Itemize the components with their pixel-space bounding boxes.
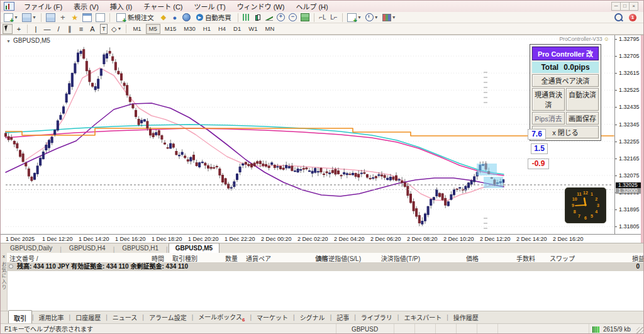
terminal-tab-3[interactable]: ニュース (108, 311, 143, 323)
terminal-column-9[interactable]: スワップ (499, 253, 575, 263)
terminal-tab-4[interactable]: アラーム設定 (144, 311, 192, 323)
menu-item-2[interactable]: 挿入 (I) (104, 2, 138, 12)
timeframe-h1[interactable]: H1 (200, 24, 214, 34)
terminal-tab-8[interactable]: 記事 (331, 311, 354, 323)
timeframe-h4[interactable]: H4 (215, 24, 229, 34)
profiles-button[interactable]: ▼ (21, 13, 38, 23)
terminal-tab-7[interactable]: シグナル (295, 311, 330, 323)
trendline-tool[interactable]: / (53, 24, 64, 34)
search-button[interactable] (613, 13, 624, 23)
price-axis-label: 1.32795 (619, 36, 640, 42)
timeframe-m30[interactable]: M30 (180, 24, 198, 34)
timeframe-m1[interactable]: M1 (130, 24, 144, 34)
terminal-tab-11[interactable]: 操作履歴 (448, 311, 484, 323)
menu-item-6[interactable]: ヘルプ (H) (290, 2, 333, 12)
restore-button[interactable]: □ (620, 2, 630, 11)
horizontal-line-tool[interactable]: — (42, 24, 52, 34)
text-tool[interactable]: A (87, 24, 97, 34)
auto-close-button[interactable]: 自動決済 (566, 88, 599, 111)
menu-item-1[interactable]: 表示 (V) (68, 2, 104, 12)
symbol-label[interactable]: ▼GBPUSD,M5 (6, 37, 50, 44)
terminal-tab-10[interactable]: エキスパート (399, 311, 447, 323)
time-axis-label: 1 Dec 2025 (6, 236, 35, 242)
menu-item-3[interactable]: チャート (C) (138, 2, 188, 12)
timeframe-m5[interactable]: M5 (146, 24, 160, 34)
menu-item-4[interactable]: ツール (T) (189, 2, 231, 12)
data-window-button[interactable] (94, 13, 106, 23)
timeframe-w1[interactable]: W1 (245, 24, 260, 34)
crosshair-tool[interactable]: + (14, 24, 24, 34)
shapes-tool[interactable]: ◇▼ (110, 24, 123, 34)
balance-row[interactable]: 残高: 434 110 JPY 有効証拠金: 434 110 余剰証拠金: 43… (7, 262, 644, 271)
vertical-line-tool[interactable]: | (31, 24, 41, 34)
market-watch-button[interactable] (45, 13, 57, 23)
close-current-pair-button[interactable]: 現通貨決済 (532, 88, 565, 111)
timeframe-mn[interactable]: MN (262, 24, 278, 34)
toolbar-standard: ▼ ▼ ★ 新規注文 ◆ ● ▶ 自動売買 + − ⌐L L⌐ ▼ ▼ ▼ (1, 12, 644, 23)
terminal-tab-5[interactable]: メールボックス6 (193, 311, 250, 324)
zoom-in-button[interactable]: + (275, 13, 286, 23)
indicators-button[interactable]: ▼ (346, 13, 363, 23)
label-tool[interactable]: T (99, 24, 109, 34)
terminal-tab-6[interactable]: マーケット (252, 311, 293, 323)
timeframe-d1[interactable]: D1 (230, 24, 244, 34)
save-screen-button[interactable]: 画面保存 (566, 112, 599, 125)
terminal-tab-9[interactable]: ライブラリ (356, 311, 397, 323)
chart-window[interactable]: ▼GBPUSD,M5 ProController-V33 ☺ Pro Contr… (1, 35, 644, 243)
metaeditor-button[interactable]: ◆ (158, 13, 169, 23)
price-axis-label: 1.32615 (619, 70, 640, 76)
zoom-out-button[interactable]: − (287, 13, 298, 23)
chart-tab-1[interactable]: GBPUSD,H4 (62, 243, 113, 253)
terminal-column-10[interactable]: 損益 (569, 253, 644, 263)
chart-tab-3[interactable]: GBPUSD,M5 (169, 243, 219, 253)
accounts-button[interactable]: ● (170, 13, 180, 23)
terminal-tab-1[interactable]: 運用比率 (34, 311, 69, 323)
candle-chart-button[interactable] (253, 13, 263, 23)
chart-tab-0[interactable]: GBPUSD,Daily (3, 243, 59, 253)
svg-text:2: 2 (595, 197, 597, 201)
terminal-tab-0[interactable]: 取引 (8, 310, 32, 324)
web-button[interactable] (181, 13, 192, 23)
price-chart[interactable] (1, 35, 614, 243)
time-axis-label: 2 Dec 14:20 (516, 236, 547, 242)
fibonacci-tool[interactable]: ≡ (76, 24, 86, 34)
periods-button[interactable]: ▼ (364, 13, 380, 23)
templates-button[interactable]: ▼ (381, 13, 397, 23)
menu-item-5[interactable]: ウィンドウ (W) (231, 2, 291, 12)
side-vertical-tab[interactable]: お気に入り (1, 262, 7, 290)
play-icon: ▶ (196, 14, 203, 21)
grid-arrange-button[interactable]: L⌐ (329, 13, 339, 23)
close-all-pairs-button[interactable]: 全通貨ペア決済 (532, 74, 599, 87)
timeframe-m15[interactable]: M15 (162, 24, 179, 34)
favorites-button[interactable]: ★ (70, 13, 80, 23)
periods-icon (365, 13, 374, 21)
data-window-icon (96, 13, 105, 22)
line-chart-button[interactable] (264, 13, 274, 23)
minimize-button[interactable]: ─ (611, 2, 621, 11)
new-chart-button[interactable]: ▼ (3, 13, 19, 23)
auto-arrange-button[interactable]: ⌐L (318, 13, 328, 23)
time-axis-label: 1 Dec 12:20 (42, 236, 73, 242)
tile-windows-button[interactable] (299, 13, 311, 23)
auto-trading-button[interactable]: ▶ 自動売買 (193, 13, 235, 23)
close-button[interactable]: × (629, 2, 638, 11)
price-axis-label: 1.32435 (619, 104, 640, 110)
terminal-tab-2[interactable]: 口座履歴 (70, 311, 106, 323)
channel-tool[interactable]: ∥ (65, 24, 75, 34)
navigator-button[interactable] (58, 13, 69, 23)
terminal-close-button[interactable]: x (1, 253, 6, 259)
new-order-button[interactable]: 新規注文 (113, 13, 157, 23)
bar-chart-button[interactable] (242, 13, 252, 23)
time-axis-label: 1 Dec 22:20 (225, 236, 255, 242)
menu-item-0[interactable]: ファイル (F) (18, 2, 68, 12)
chart-tab-bar: GBPUSD,Daily|GBPUSD,H4|GBPUSD,H1|GBPUSD,… (1, 243, 644, 253)
terminal-button[interactable] (81, 13, 93, 23)
notifications-button[interactable]: 1 (628, 13, 638, 23)
pips-clear-button[interactable]: Pips消去 (532, 112, 565, 125)
indicators-icon (347, 13, 357, 22)
column-order[interactable]: 注文番号 / (9, 253, 38, 263)
chart-tab-2[interactable]: GBPUSD,H1 (115, 243, 165, 253)
price-axis[interactable]: 1.327951.327051.326151.325251.324351.323… (614, 35, 641, 234)
resize-grip[interactable] (636, 327, 644, 334)
cursor-tool[interactable] (3, 24, 13, 34)
